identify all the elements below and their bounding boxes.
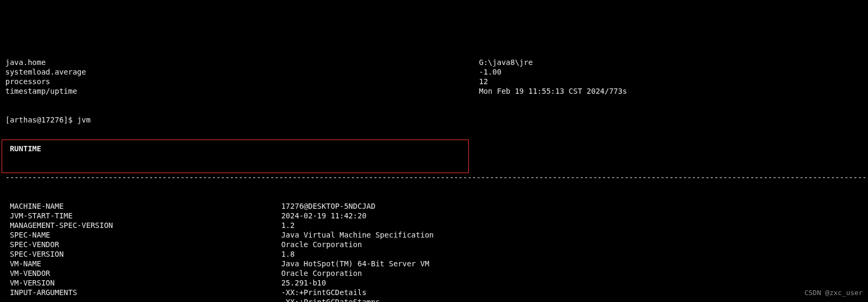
- info-value: 12: [479, 77, 863, 86]
- runtime-value: 2024-02-19 11:42:20: [277, 211, 863, 221]
- runtime-row: MANAGEMENT-SPEC-VERSION 1.2: [5, 221, 863, 230]
- runtime-key: VM-VERSION: [5, 278, 277, 288]
- divider: ----------------------------------------…: [5, 173, 863, 182]
- runtime-row: MACHINE-NAME 17276@DESKTOP-5NDCJAD: [5, 201, 863, 211]
- section-title: RUNTIME: [5, 144, 863, 153]
- info-key: processors: [5, 77, 479, 86]
- runtime-value: -XX:+PrintGCDateStamps: [277, 297, 863, 302]
- runtime-key: VM-VENDOR: [5, 268, 277, 278]
- runtime-value: 1.8: [277, 249, 863, 259]
- runtime-rows: MACHINE-NAME 17276@DESKTOP-5NDCJAD JVM-S…: [5, 201, 863, 302]
- runtime-value: 25.291-b10: [277, 278, 863, 288]
- runtime-value: Oracle Corporation: [277, 268, 863, 278]
- runtime-value: Oracle Corporation: [277, 240, 863, 249]
- top-rows: java.homeG:\java8\jresystemload.average-…: [5, 58, 863, 96]
- runtime-row: -XX:+PrintGCDateStamps: [5, 297, 863, 302]
- info-value: -1.00: [479, 67, 863, 77]
- runtime-row: JVM-START-TIME 2024-02-19 11:42:20: [5, 211, 863, 221]
- runtime-row: SPEC-NAME Java Virtual Machine Specifica…: [5, 230, 863, 240]
- runtime-row: SPEC-VENDOR Oracle Corporation: [5, 240, 863, 249]
- prompt-pid: 17276: [41, 116, 63, 124]
- prompt-command: jvm: [77, 115, 90, 125]
- runtime-key: INPUT-ARGUMENTS: [5, 288, 277, 297]
- runtime-value: Java Virtual Machine Specification: [277, 230, 863, 240]
- runtime-row: INPUT-ARGUMENTS -XX:+PrintGCDetails: [5, 288, 863, 297]
- prompt-line[interactable]: [arthas@17276]$ jvm: [5, 115, 863, 125]
- terminal[interactable]: java.homeG:\java8\jresystemload.average-…: [0, 38, 868, 302]
- runtime-key: SPEC-VERSION: [5, 249, 277, 259]
- runtime-key: VM-NAME: [5, 259, 277, 268]
- info-row: java.homeG:\java8\jre: [5, 58, 863, 67]
- info-row: systemload.average-1.00: [5, 67, 863, 77]
- info-key: timestamp/uptime: [5, 86, 479, 96]
- runtime-value: -XX:+PrintGCDetails: [277, 288, 863, 297]
- runtime-row: VM-VERSION 25.291-b10: [5, 278, 863, 288]
- info-row: processors12: [5, 77, 863, 86]
- runtime-key: MACHINE-NAME: [5, 201, 277, 211]
- prompt-user: arthas: [10, 116, 37, 124]
- info-value: Mon Feb 19 11:55:13 CST 2024/773s: [479, 86, 863, 96]
- runtime-value: 17276@DESKTOP-5NDCJAD: [277, 201, 863, 211]
- runtime-value: 1.2: [277, 221, 863, 230]
- info-key: java.home: [5, 58, 479, 67]
- runtime-key: SPEC-NAME: [5, 230, 277, 240]
- prompt-prefix: [arthas@17276]$: [5, 115, 77, 125]
- runtime-key: SPEC-VENDOR: [5, 240, 277, 249]
- runtime-key: JVM-START-TIME: [5, 211, 277, 221]
- runtime-key: MANAGEMENT-SPEC-VERSION: [5, 221, 277, 230]
- info-value: G:\java8\jre: [479, 58, 863, 67]
- runtime-row: SPEC-VERSION 1.8: [5, 249, 863, 259]
- runtime-row: VM-NAME Java HotSpot(TM) 64-Bit Server V…: [5, 259, 863, 268]
- runtime-value: Java HotSpot(TM) 64-Bit Server VM: [277, 259, 863, 268]
- info-key: systemload.average: [5, 67, 479, 77]
- runtime-row: VM-VENDOR Oracle Corporation: [5, 268, 863, 278]
- runtime-key: [5, 297, 277, 302]
- info-row: timestamp/uptimeMon Feb 19 11:55:13 CST …: [5, 86, 863, 96]
